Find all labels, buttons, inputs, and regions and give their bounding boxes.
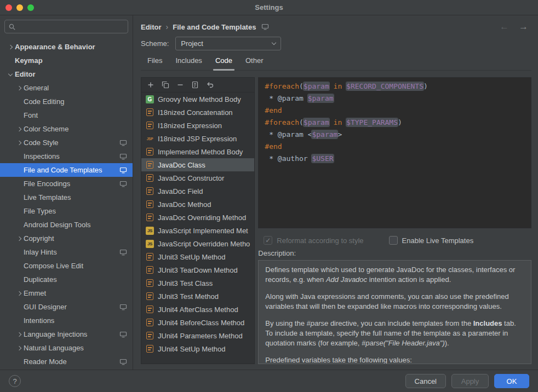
sidebar-item-code-style[interactable]: Code Style (0, 136, 133, 149)
template-list-item[interactable]: JSJavaScript Overridden Metho (141, 237, 254, 250)
breadcrumb-root[interactable]: Editor (141, 23, 162, 31)
chevron-down-icon[interactable] (8, 71, 12, 76)
template-list-item[interactable]: JUnit3 SetUp Method (141, 250, 254, 263)
sidebar-item-live-templates[interactable]: Live Templates (0, 191, 133, 204)
sidebar-item-label: General (24, 84, 49, 92)
chevron-right-icon[interactable] (16, 332, 21, 336)
template-list-item[interactable]: I18nized Expression (141, 119, 254, 132)
template-list-item[interactable]: JUnit3 TearDown Method (141, 263, 254, 276)
sidebar-item-label: Copyright (24, 234, 54, 243)
remove-template-icon[interactable] (176, 80, 185, 89)
template-list-item[interactable]: JSPI18nized JSP Expression (141, 132, 254, 145)
sidebar-item-font[interactable]: Font (0, 108, 133, 122)
sidebar-item-inlay-hints[interactable]: Inlay Hints (0, 245, 133, 259)
template-list-item[interactable]: JavaDoc Overriding Method (141, 211, 254, 224)
template-list-item[interactable]: JUnit4 BeforeClass Method (141, 316, 254, 329)
template-list-item[interactable]: JSJavaScript Implemented Met (141, 224, 254, 237)
apply-button[interactable]: Apply (451, 374, 489, 388)
template-name: Implemented Method Body (158, 148, 243, 156)
sidebar-item-label: Natural Languages (24, 344, 84, 352)
sidebar-item-emmet[interactable]: Emmet (0, 286, 133, 300)
tab-code[interactable]: Code (210, 53, 238, 70)
sidebar-item-intentions[interactable]: Intentions (0, 314, 133, 327)
sidebar-item-language-injections[interactable]: Language Injections (0, 327, 133, 341)
close-button[interactable] (5, 4, 12, 11)
minimize-button[interactable] (16, 4, 23, 11)
template-list-item[interactable]: JavaDoc Class (141, 158, 254, 171)
template-list: GGroovy New Method BodyI18nized Concaten… (141, 93, 254, 364)
sidebar-item-code-editing[interactable]: Code Editing (0, 95, 133, 108)
enable-live-templates-label: Enable Live Templates (402, 237, 474, 245)
copy-template-icon[interactable] (191, 80, 199, 89)
sidebar-item-file-and-code-templates[interactable]: File and Code Templates (0, 163, 133, 177)
breadcrumb-current: File and Code Templates (173, 23, 256, 31)
forward-arrow-icon[interactable]: → (519, 21, 528, 32)
sidebar-item-natural-languages[interactable]: Natural Languages (0, 341, 133, 355)
template-list-item[interactable]: JUnit3 Test Class (141, 276, 254, 290)
reformat-checkbox[interactable]: ✓ Reformat according to style (264, 236, 363, 245)
tab-includes[interactable]: Includes (170, 53, 207, 70)
template-list-item[interactable]: GGroovy New Method Body (141, 93, 254, 106)
sidebar-item-label: Color Scheme (24, 125, 68, 133)
sidebar-item-android-design-tools[interactable]: Android Design Tools (0, 218, 133, 232)
sidebar-item-inspections[interactable]: Inspections (0, 149, 133, 163)
chevron-right-icon[interactable] (8, 44, 12, 49)
chevron-right-icon[interactable] (16, 236, 21, 240)
template-file-icon (146, 174, 153, 182)
sidebar-item-gui-designer[interactable]: GUI Designer (0, 300, 133, 314)
chevron-right-icon[interactable] (16, 291, 21, 295)
template-detail-pane: #foreach($param in $RECORD_COMPONENTS) *… (258, 77, 531, 364)
template-list-item[interactable]: JavaDoc Method (141, 198, 254, 211)
scheme-select[interactable]: Project (175, 37, 281, 50)
template-list-item[interactable]: Implemented Method Body (141, 145, 254, 158)
template-list-item[interactable]: JUnit3 Test Method (141, 290, 254, 303)
sidebar-item-label: Inlay Hints (24, 248, 57, 256)
settings-search-input[interactable] (4, 20, 128, 33)
sidebar-item-reader-mode[interactable]: Reader Mode (0, 355, 133, 368)
tab-files[interactable]: Files (142, 53, 168, 70)
sidebar-item-keymap[interactable]: Keymap (0, 54, 133, 67)
reset-template-icon[interactable] (205, 80, 214, 89)
sidebar-item-general[interactable]: General (0, 81, 133, 95)
sidebar-item-duplicates[interactable]: Duplicates (0, 273, 133, 286)
sidebar-item-label: Intentions (24, 316, 54, 325)
sidebar-item-editor[interactable]: Editor (0, 67, 133, 81)
chevron-right-icon[interactable] (16, 85, 21, 90)
code-line: * @param $param (265, 93, 525, 105)
chevron-right-icon[interactable] (16, 126, 21, 131)
sidebar-item-compose-live-edit[interactable]: Compose Live Edit (0, 259, 133, 273)
create-child-template-icon[interactable] (161, 80, 170, 89)
sidebar-item-copyright[interactable]: Copyright (0, 232, 133, 245)
search-icon (8, 23, 16, 31)
template-list-item[interactable]: JavaDoc Constructor (141, 171, 254, 185)
ok-button[interactable]: OK (494, 374, 529, 388)
template-list-item[interactable]: JUnit4 SetUp Method (141, 342, 254, 355)
chevron-right-icon[interactable] (16, 140, 21, 145)
enable-live-templates-checkbox[interactable]: ✓ Enable Live Templates (389, 236, 474, 245)
description-paragraph: Defines template which used to generate … (265, 265, 524, 285)
cancel-button[interactable]: Cancel (405, 374, 446, 388)
zoom-button[interactable] (27, 4, 34, 11)
template-list-item[interactable]: JavaDoc Field (141, 185, 254, 198)
template-list-item[interactable]: I18nized Concatenation (141, 106, 254, 119)
template-name: JUnit3 Test Class (158, 279, 213, 287)
template-list-item[interactable]: JUnit4 Parameters Method (141, 329, 254, 342)
sidebar-item-color-scheme[interactable]: Color Scheme (0, 122, 133, 136)
sidebar-item-file-types[interactable]: File Types (0, 204, 133, 218)
template-editor[interactable]: #foreach($param in $RECORD_COMPONENTS) *… (258, 77, 531, 228)
back-arrow-icon[interactable]: ← (500, 21, 509, 32)
tab-other[interactable]: Other (240, 53, 269, 70)
add-template-icon[interactable] (146, 80, 155, 89)
template-list-item[interactable]: JUnit4 AfterClass Method (141, 303, 254, 316)
sidebar-item-file-encodings[interactable]: File Encodings (0, 177, 133, 191)
sidebar-item-label: Language Injections (24, 330, 87, 338)
template-name: JUnit4 SetUp Method (158, 345, 226, 353)
template-file-icon (146, 253, 153, 261)
help-button[interactable]: ? (9, 375, 21, 387)
chevron-right-icon[interactable] (16, 345, 21, 350)
template-file-icon (146, 279, 153, 287)
settings-sidebar: Appearance & BehaviorKeymapEditorGeneral… (0, 15, 133, 370)
sidebar-item-appearance-behavior[interactable]: Appearance & Behavior (0, 40, 133, 54)
sidebar-item-label: Appearance & Behavior (15, 43, 95, 51)
template-file-icon (146, 200, 153, 208)
